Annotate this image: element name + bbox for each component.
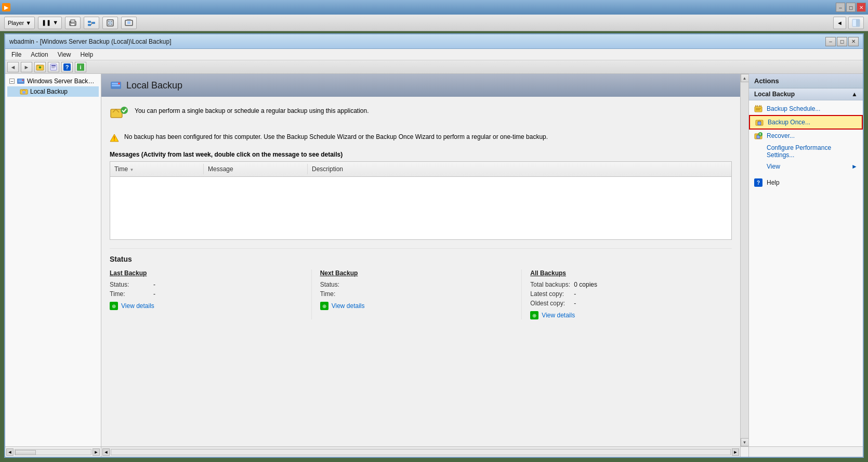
- next-backup-view-details[interactable]: ⊕ View details: [320, 302, 514, 310]
- center-scroll-left[interactable]: ◄: [102, 448, 110, 456]
- last-backup-status-label: Status:: [110, 281, 151, 288]
- tree-sidebar: – Windows Server Backup (L: [5, 74, 101, 446]
- local-backup-title: Local Backup: [126, 80, 182, 91]
- player-toolbar-right: ◄: [833, 17, 864, 29]
- close-button[interactable]: ✕: [857, 3, 866, 12]
- inner-close-button[interactable]: ✕: [848, 37, 859, 46]
- svg-rect-37: [111, 109, 122, 118]
- view-label: View: [767, 163, 780, 170]
- menu-bar: File Action View Help: [5, 49, 863, 60]
- sidebar-scroll-track[interactable]: [15, 449, 91, 455]
- next-backup-time-row: Time:: [320, 290, 514, 298]
- svg-point-36: [118, 83, 120, 85]
- minimize-button[interactable]: –: [836, 3, 845, 12]
- all-backups-view-details-label: View details: [542, 312, 575, 319]
- network-button[interactable]: [84, 17, 99, 29]
- menu-view[interactable]: View: [54, 50, 75, 59]
- properties-button[interactable]: i: [75, 62, 86, 72]
- inner-minimize-button[interactable]: –: [825, 37, 836, 46]
- svg-text:⊕: ⊕: [112, 303, 116, 309]
- all-backups-view-details[interactable]: ⊕ View details: [530, 311, 724, 319]
- warning-icon: !: [110, 133, 119, 143]
- player-titlebar-left: ▶: [2, 3, 10, 11]
- folder-up-button[interactable]: [34, 62, 46, 72]
- center-scroll-track[interactable]: [111, 449, 731, 455]
- help-nav-button[interactable]: ?: [61, 62, 73, 72]
- menu-file[interactable]: File: [7, 50, 25, 59]
- fit-button[interactable]: [102, 17, 118, 29]
- player-titlebar-controls: – ◻ ✕: [836, 3, 866, 12]
- col-time-header[interactable]: Time ▼: [110, 164, 204, 174]
- help-icon: ?: [754, 178, 762, 187]
- pause-button[interactable]: ❚❚ ▼: [38, 17, 62, 29]
- tree-item-server-backup[interactable]: – Windows Server Backup (L: [7, 76, 99, 86]
- maximize-button[interactable]: ◻: [846, 3, 856, 12]
- tree-label-server-backup: Windows Server Backup (L: [27, 78, 97, 85]
- expand-right-button[interactable]: [848, 17, 864, 29]
- scroll-track[interactable]: [741, 82, 749, 438]
- pause-label: ❚❚ ▼: [42, 19, 58, 26]
- last-backup-status-value: -: [153, 281, 155, 288]
- recover-icon: [754, 132, 762, 140]
- recover-action[interactable]: Recover...: [749, 130, 863, 142]
- view-action[interactable]: View ►: [749, 161, 863, 172]
- folder-up-icon: [35, 62, 45, 72]
- inner-titlebar-controls: – ◻ ✕: [825, 37, 859, 46]
- center-scroll-right[interactable]: ►: [732, 448, 739, 456]
- back-button[interactable]: ◄: [7, 62, 19, 72]
- edit-button[interactable]: [48, 62, 59, 72]
- messages-body: [110, 177, 731, 239]
- player-menu-button[interactable]: Player ▼: [4, 17, 35, 29]
- scroll-down-button[interactable]: ▼: [741, 438, 749, 446]
- configure-performance-action[interactable]: Configure Performance Settings...: [749, 142, 863, 161]
- help-label: Help: [767, 179, 780, 186]
- backup-app-icon: [110, 105, 128, 124]
- menu-help[interactable]: Help: [76, 50, 98, 59]
- last-backup-time-row: Time: -: [110, 290, 303, 298]
- help-action[interactable]: ? Help: [749, 176, 863, 189]
- center-panel: Local Backup You can perform a single b: [101, 74, 740, 446]
- messages-table: Time ▼ Message Description: [110, 161, 732, 240]
- col-message-header[interactable]: Message: [204, 164, 308, 174]
- print-icon: [69, 19, 77, 27]
- svg-line-9: [91, 22, 92, 23]
- backup-schedule-action[interactable]: Backup Schedule...: [749, 102, 863, 115]
- backup-schedule-icon: [754, 105, 762, 113]
- all-backups-oldest-label: Oldest copy:: [530, 300, 572, 307]
- print-button[interactable]: [65, 17, 81, 29]
- collapse-icon[interactable]: ▲: [851, 91, 858, 98]
- backup-schedule-label: Backup Schedule...: [767, 105, 820, 112]
- all-backups-total-row: Total backups: 0 copies: [530, 281, 724, 288]
- actions-panel: Actions Local Backup ▲: [748, 74, 863, 446]
- all-backups-col: All Backups Total backups: 0 copies Late…: [522, 270, 732, 319]
- svg-point-30: [22, 80, 24, 81]
- backup-once-action[interactable]: Backup Once...: [749, 115, 863, 130]
- local-backup-header: Local Backup: [101, 74, 740, 97]
- col-description-header[interactable]: Description: [308, 164, 731, 174]
- svg-point-38: [121, 107, 128, 114]
- tree-item-local-backup[interactable]: Local Backup: [7, 86, 99, 97]
- svg-rect-15: [127, 21, 130, 24]
- warning-box: ! No backup has been configured for this…: [110, 131, 732, 145]
- sidebar-scroll-left[interactable]: ◄: [6, 448, 14, 456]
- nav-toolbar: ◄ ► ?: [5, 60, 863, 74]
- last-backup-time-label: Time:: [110, 290, 151, 298]
- expand-icon[interactable]: –: [9, 79, 15, 84]
- svg-rect-5: [70, 22, 71, 23]
- menu-action[interactable]: Action: [27, 50, 52, 59]
- scroll-up-button[interactable]: ▲: [741, 74, 749, 82]
- network-icon: [87, 19, 96, 27]
- inner-window-title: wbadmin - [Windows Server Backup (Local)…: [9, 38, 171, 45]
- inner-maximize-button[interactable]: ◻: [837, 37, 847, 46]
- next-backup-col: Next Backup Status: Time:: [312, 270, 522, 319]
- all-backups-latest-label: Latest copy:: [530, 290, 572, 298]
- sidebar-scroll-right[interactable]: ►: [93, 448, 100, 456]
- svg-rect-7: [88, 24, 91, 26]
- collapse-right-button[interactable]: ◄: [833, 17, 846, 29]
- sidebar-scroll-thumb: [15, 450, 36, 455]
- forward-button[interactable]: ►: [21, 62, 32, 72]
- messages-title: Messages (Activity from last week, doubl…: [110, 151, 732, 158]
- next-backup-view-details-label: View details: [332, 302, 365, 310]
- snapshot-button[interactable]: [121, 17, 137, 29]
- last-backup-view-details[interactable]: ⊕ View details: [110, 302, 303, 310]
